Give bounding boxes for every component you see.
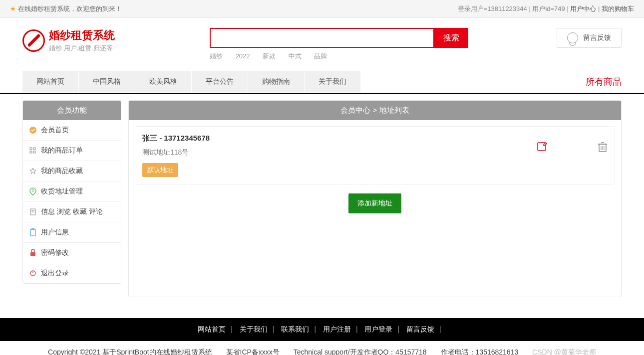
search-button[interactable]: 搜索 [434,28,468,48]
location-icon [29,187,37,195]
footer-nav: 网站首页| 关于我们| 联系我们| 用户注册| 用户登录| 留言反馈| [0,318,644,341]
logo-subtitle: 婚纱.用户.租赁.归还等 [49,44,115,53]
nav-about[interactable]: 关于我们 [305,71,360,92]
nav-all-products[interactable]: 所有商品 [586,71,622,93]
sidebar-item-user[interactable]: 用户信息 [23,222,121,243]
hot-words: 婚纱 2022 新款 中式 品牌 [210,52,468,61]
sidebar-item-favorites[interactable]: 我的商品收藏 [23,161,121,181]
nav-western[interactable]: 欧美风格 [135,71,191,92]
sidebar-item-label: 用户信息 [41,228,69,237]
grid-icon [29,147,37,155]
svg-rect-11 [30,252,35,256]
support: Technical support/开发作者QQ：45157718 [294,348,427,355]
my-cart-link[interactable]: 我的购物车 [602,5,634,12]
user-center-link[interactable]: 用户中心 [570,5,596,12]
star-icon [29,167,37,175]
svg-rect-3 [30,151,32,153]
svg-point-5 [32,189,34,191]
sidebar-item-info[interactable]: 信息 浏览 收藏 评论 [23,202,121,222]
footer-link[interactable]: 用户登录 [364,325,392,333]
icp: 某省ICP备xxxx号 [226,348,280,355]
main: 会员功能 会员首页 我的商品订单 我的商品收藏 收货地址管理 信息 浏览 收藏 … [0,94,644,303]
topbar-right: 登录用户=13811223344 | 用户id=749 | 用户中心 | 我的购… [458,0,634,17]
content: 会员中心 > 地址列表 张三 - 13712345678 测试地址118号 默认… [128,100,622,297]
sidebar-item-password[interactable]: 密码修改 [23,243,121,263]
watermark: CSDN @黄菊华老师 [532,348,596,355]
sidebar-item-label: 会员首页 [41,126,69,135]
hot-word[interactable]: 新款 [263,52,276,60]
sidebar-title: 会员功能 [23,101,121,120]
svg-rect-10 [31,228,34,230]
svg-rect-2 [33,148,35,150]
add-address-button[interactable]: 添加新地址 [348,193,401,213]
copyright: Copyright ©2021 基于SprintBoot的在线婚纱租赁系统 [48,348,212,355]
sidebar-item-label: 退出登录 [41,269,69,278]
address-card: 张三 - 13712345678 测试地址118号 默认地址 [135,126,615,184]
star-icon: ★ [10,0,16,18]
sidebar-item-address[interactable]: 收货地址管理 [23,181,121,202]
sidebar: 会员功能 会员首页 我的商品订单 我的商品收藏 收货地址管理 信息 浏览 收藏 … [22,100,121,284]
headset-icon [567,32,578,43]
sidebar-item-logout[interactable]: 退出登录 [23,263,121,283]
search-input[interactable] [210,28,434,48]
document-icon [29,208,37,216]
topbar: ★ 在线婚纱租赁系统，欢迎您的到来！ 登录用户=13811223344 | 用户… [0,0,644,18]
hot-word[interactable]: 品牌 [314,52,327,60]
footer-info: Copyright ©2021 基于SprintBoot的在线婚纱租赁系统 某省… [0,341,644,355]
svg-rect-4 [33,151,35,153]
edit-icon[interactable] [537,142,548,155]
nav-notice[interactable]: 平台公告 [192,71,248,92]
breadcrumb: 会员中心 > 地址列表 [129,101,621,120]
nav-home[interactable]: 网站首页 [22,71,78,92]
login-user: 登录用户=13811223344 [458,5,527,12]
svg-rect-9 [30,229,35,236]
default-badge: 默认地址 [142,163,178,177]
sidebar-item-label: 信息 浏览 收藏 评论 [41,207,103,216]
phone: 作者电话：13516821613 [441,348,519,355]
sidebar-item-home[interactable]: 会员首页 [23,120,121,141]
topbar-welcome: ★ 在线婚纱租赁系统，欢迎您的到来！ [10,0,122,17]
nav-guide[interactable]: 购物指南 [248,71,304,92]
sidebar-item-label: 我的商品收藏 [41,167,83,176]
search-area: 搜索 婚纱 2022 新款 中式 品牌 [210,28,468,61]
header: 婚纱租赁系统 婚纱.用户.租赁.归还等 搜索 婚纱 2022 新款 中式 品牌 … [0,18,644,61]
footer-link[interactable]: 关于我们 [240,325,268,333]
logo[interactable]: 婚纱租赁系统 婚纱.用户.租赁.归还等 [22,28,115,53]
feedback-button[interactable]: 留言反馈 [557,28,622,48]
sidebar-item-label: 密码修改 [41,248,69,257]
footer-link[interactable]: 留言反馈 [406,325,434,333]
logo-icon [22,29,45,52]
lock-icon [29,249,37,257]
home-icon [29,126,37,134]
nav-chinese[interactable]: 中国风格 [79,71,135,92]
sidebar-item-label: 我的商品订单 [41,146,83,155]
welcome-text: 在线婚纱租赁系统，欢迎您的到来！ [18,0,122,18]
user-id: 用户id=749 [532,5,565,12]
hot-word[interactable]: 婚纱 [210,52,223,60]
feedback-label: 留言反馈 [583,33,611,42]
delete-icon[interactable] [598,142,608,155]
main-nav: 网站首页 中国风格 欧美风格 平台公告 购物指南 关于我们 所有商品 [0,71,644,94]
clipboard-icon [29,228,37,236]
sidebar-item-orders[interactable]: 我的商品订单 [23,141,121,161]
hot-word[interactable]: 中式 [289,52,302,60]
hot-word[interactable]: 2022 [236,52,250,60]
svg-rect-1 [30,148,32,150]
footer-link[interactable]: 用户注册 [323,325,351,333]
logo-title: 婚纱租赁系统 [49,28,115,43]
sidebar-item-label: 收货地址管理 [41,187,83,196]
power-icon [29,269,37,277]
footer-link[interactable]: 网站首页 [198,325,226,333]
footer-link[interactable]: 联系我们 [281,325,309,333]
